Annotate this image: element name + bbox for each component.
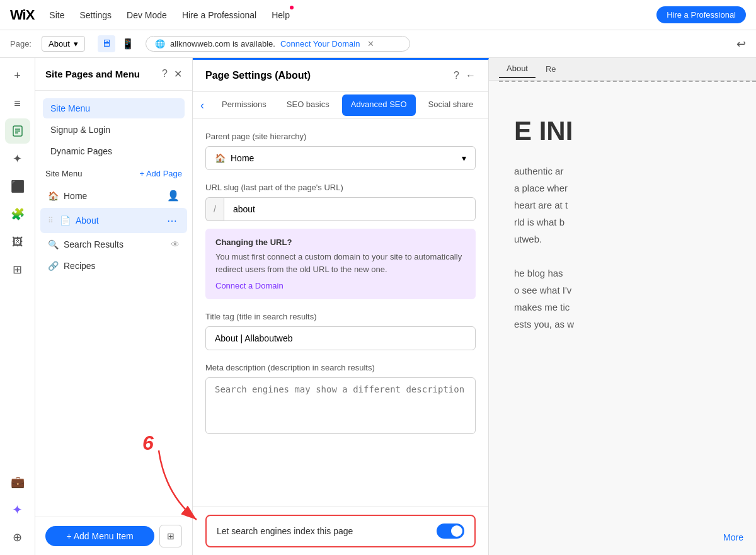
search-page-icon: 🔍 (48, 239, 59, 249)
panel-close-icon[interactable]: ✕ (174, 68, 182, 80)
settings-help-icon[interactable]: ? (454, 70, 459, 81)
sidebar-media-icon[interactable]: 🖼 (5, 229, 30, 255)
preview-line-1: authentic ar (514, 163, 731, 180)
preview-line-7: o see what I'v (514, 282, 731, 299)
nav-site[interactable]: Site (49, 8, 64, 23)
preview-line-5: utweb. (514, 231, 731, 248)
icon-sidebar: + ≡ ✦ ⬛ 🧩 🖼 ⊞ 💼 ✦ ⊕ (0, 58, 35, 555)
settings-header: Page Settings (About) ? ← (193, 60, 488, 92)
preview-line-4: rld is what b (514, 214, 731, 231)
url-slug-group: URL slug (last part of the page's URL) /… (205, 183, 476, 299)
page-item-recipes[interactable]: 🔗 Recipes (40, 256, 187, 276)
tab-seo-basics[interactable]: SEO basics (277, 92, 340, 118)
title-tag-input[interactable] (205, 326, 476, 350)
recipes-page-icon: 🔗 (48, 261, 59, 271)
nav-devmode[interactable]: Dev Mode (127, 8, 167, 23)
add-menu-item-button[interactable]: + Add Menu Item (45, 526, 154, 546)
preview-content: E INI authentic ar a place wher heart ar… (489, 82, 756, 358)
connect-domain-link[interactable]: Connect Your Domain (280, 39, 360, 49)
nav-signup-login[interactable]: Signup & Login (43, 120, 185, 140)
title-tag-label: Title tag (title in search results) (205, 312, 476, 321)
index-toggle[interactable] (437, 524, 464, 539)
parent-page-group: Parent page (site hierarchy) 🏠 Home ▾ (205, 132, 476, 170)
globe-icon: 🌐 (155, 39, 165, 49)
preview-tabs: About Re (489, 58, 756, 81)
about-page-icon: 📄 (60, 215, 71, 226)
nav-hire[interactable]: Hire a Professional (182, 8, 256, 23)
sidebar-apps-icon[interactable]: ⬛ (5, 174, 30, 199)
settings-header-icons: ? ← (454, 70, 476, 81)
settings-tabs: ‹ Permissions SEO basics Advanced SEO So… (193, 92, 488, 119)
domain-bar: 🌐 allknowweb.com is available. Connect Y… (146, 36, 410, 52)
connect-domain-link-2[interactable]: Connect a Domain (215, 281, 284, 290)
sidebar-pages-icon[interactable] (5, 118, 30, 144)
url-slash: / (205, 197, 224, 221)
nav-dynamic-pages[interactable]: Dynamic Pages (43, 141, 185, 161)
meta-desc-group: Meta description (description in search … (205, 363, 476, 436)
meta-desc-textarea[interactable] (205, 377, 476, 434)
tab-advanced-seo[interactable]: Advanced SEO (342, 94, 416, 116)
title-tag-group: Title tag (title in search results) (205, 312, 476, 350)
nav-settings[interactable]: Settings (79, 8, 112, 23)
manage-menu-button[interactable]: ⊞ (159, 525, 182, 547)
sidebar-add-icon[interactable]: + (5, 63, 30, 88)
sidebar-design-icon[interactable]: ✦ (5, 146, 30, 171)
tab-permissions[interactable]: Permissions (212, 92, 277, 118)
sidebar-ai-icon[interactable]: ✦ (5, 497, 30, 522)
url-slug-input[interactable] (224, 197, 476, 221)
sidebar-tools-icon[interactable]: 💼 (5, 469, 30, 495)
parent-page-select[interactable]: 🏠 Home ▾ (205, 146, 476, 170)
url-input-row: / (205, 197, 476, 221)
tab-social-share[interactable]: Social share (418, 92, 484, 118)
toggle-knob (451, 525, 462, 537)
pages-submenu: Site Menu + Add Page 🏠 Home 👤 ⠿ 📄 About … (35, 161, 192, 517)
preview-big-text: E INI (514, 107, 731, 155)
nav-site-menu[interactable]: Site Menu (43, 98, 185, 118)
sidebar-plugins-icon[interactable]: 🧩 (5, 202, 30, 227)
search-page-label: Search Results (64, 239, 166, 249)
domain-close-icon[interactable]: ✕ (367, 39, 374, 49)
home-page-icon: 🏠 (48, 191, 59, 201)
more-button[interactable]: More (723, 532, 743, 542)
settings-back-icon[interactable]: ← (466, 70, 476, 81)
manage-icon: ⊞ (167, 531, 175, 541)
url-warning-title: Changing the URL? (215, 237, 466, 247)
panel-help-icon[interactable]: ? (162, 68, 168, 80)
sidebar-layers-icon[interactable]: ⊕ (5, 525, 30, 550)
about-page-more-icon[interactable]: ⋯ (164, 213, 180, 228)
preview-tab-re[interactable]: Re (538, 60, 564, 77)
page-item-search[interactable]: 🔍 Search Results 👁 (40, 234, 187, 255)
preview-line-6: he blog has (514, 265, 731, 282)
submenu-title: Site Menu (45, 169, 83, 178)
panel-header: Site Pages and Menu ? ✕ (35, 58, 192, 91)
top-nav: WiX Site Settings Dev Mode Hire a Profes… (0, 0, 756, 30)
tabs-back-arrow[interactable]: ‹ (193, 99, 212, 112)
sidebar-menu-icon[interactable]: ≡ (5, 91, 30, 116)
sidebar-grid-icon[interactable]: ⊞ (5, 257, 30, 282)
add-page-button[interactable]: + Add Page (139, 169, 182, 178)
website-preview: About Re E INI authentic ar a place wher… (489, 58, 756, 555)
index-label: Let search engines index this page (217, 526, 353, 536)
nav-help[interactable]: Help (272, 8, 290, 23)
settings-footer: 6 Let search engines index this page (193, 506, 488, 555)
preview-tab-about[interactable]: About (499, 60, 536, 78)
page-item-about[interactable]: ⠿ 📄 About ⋯ (40, 208, 187, 233)
panel-header-icons: ? ✕ (162, 68, 182, 80)
home-page-label: Home (64, 191, 162, 201)
wix-logo: WiX (10, 7, 34, 23)
pages-nav: Site Menu Signup & Login Dynamic Pages (35, 91, 192, 161)
hire-professional-button[interactable]: Hire a Professional (656, 6, 746, 23)
mobile-icon[interactable]: 📱 (118, 35, 138, 52)
url-slug-label: URL slug (last part of the page's URL) (205, 183, 476, 192)
page-selector[interactable]: About ▾ (42, 36, 85, 52)
back-button[interactable]: ↩ (736, 37, 746, 51)
url-warning-text: You must first connect a custom domain t… (215, 251, 466, 275)
meta-desc-label: Meta description (description in search … (205, 363, 476, 372)
page-item-home[interactable]: 🏠 Home 👤 (40, 185, 187, 207)
panel-footer: + Add Menu Item ⊞ (35, 517, 192, 555)
device-icons: 🖥 📱 (98, 35, 138, 52)
desktop-icon[interactable]: 🖥 (98, 35, 115, 52)
submenu-header-row: Site Menu + Add Page (35, 166, 192, 183)
domain-text: allknowweb.com is available. (170, 39, 275, 49)
url-warning-box: Changing the URL? You must first connect… (205, 229, 476, 299)
